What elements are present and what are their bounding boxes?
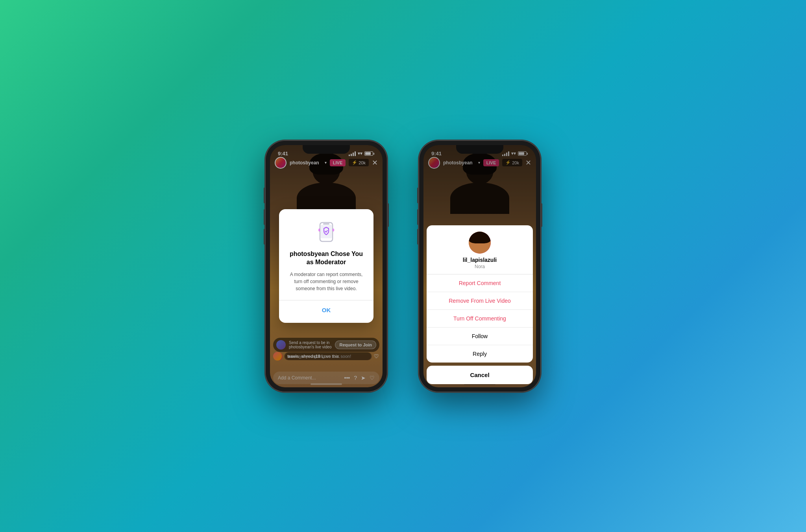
modal-description: A moderator can report comments, turn of… xyxy=(288,271,364,292)
action-follow[interactable]: Follow xyxy=(427,328,533,345)
svg-rect-2 xyxy=(323,223,329,225)
modal-title: photosbyean Chose You as Moderator xyxy=(288,250,364,267)
action-cancel-button[interactable]: Cancel xyxy=(427,366,533,384)
phone-2: 9:41 ▾▾ photosbyean xyxy=(419,140,541,392)
moderator-modal: photosbyean Chose You as Moderator A mod… xyxy=(279,209,373,323)
action-sheet-header: lil_lapislazuli Nora xyxy=(427,225,533,274)
modal-overlay-1: photosbyean Chose You as Moderator A mod… xyxy=(270,145,383,387)
action-sheet-subname: Nora xyxy=(475,264,485,269)
action-sheet-username: lil_lapislazuli xyxy=(463,257,497,263)
action-sheet-overlay: lil_lapislazuli Nora Report Comment Remo… xyxy=(423,145,536,387)
action-turn-off-commenting[interactable]: Turn Off Commenting xyxy=(427,310,533,328)
modal-icon xyxy=(314,220,338,244)
action-sheet-main: lil_lapislazuli Nora Report Comment Remo… xyxy=(427,225,533,363)
modal-ok-button[interactable]: OK xyxy=(288,305,364,315)
phone-1: 9:41 ▾▾ photosbyean xyxy=(265,140,387,392)
phone-2-screen: 9:41 ▾▾ photosbyean xyxy=(423,145,536,387)
action-report-comment[interactable]: Report Comment xyxy=(427,274,533,292)
modal-divider xyxy=(279,300,373,300)
phone-1-screen: 9:41 ▾▾ photosbyean xyxy=(270,145,383,387)
action-reply[interactable]: Reply xyxy=(427,345,533,363)
action-remove-from-live[interactable]: Remove From Live Video xyxy=(427,292,533,310)
action-sheet-avatar xyxy=(469,232,491,254)
phones-container: 9:41 ▾▾ photosbyean xyxy=(265,140,541,392)
